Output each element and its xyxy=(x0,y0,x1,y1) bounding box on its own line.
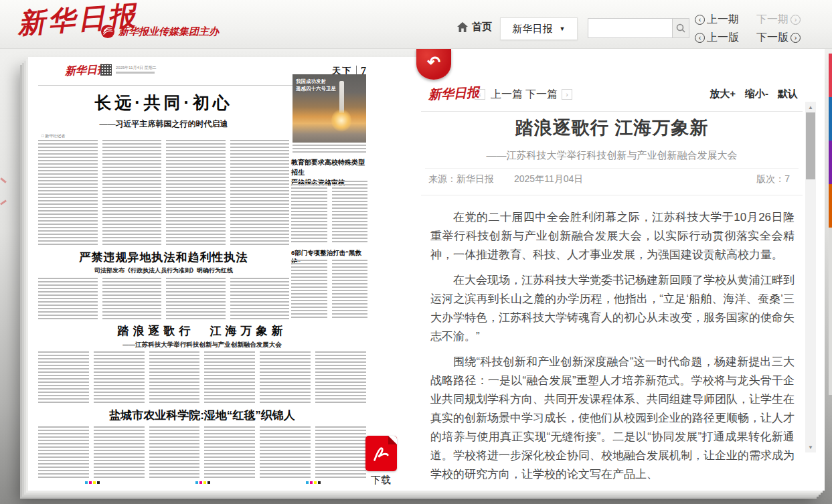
share-toolbar-edge[interactable] xyxy=(829,54,832,395)
page-pager-row: ‹ 上一版 下一版 › xyxy=(695,29,815,46)
faux-text-column xyxy=(38,351,89,405)
cmyk-registration-marks xyxy=(85,481,100,484)
share-item-blue[interactable] xyxy=(829,97,832,141)
issue-pager-row: ‹ 上一期 下一期 › xyxy=(695,11,815,27)
newspaper-dateline: 2025年11月4日 星期二 xyxy=(116,65,157,74)
return-button[interactable]: ↶ xyxy=(416,49,451,80)
wetland-headline: 盐城市农业科学院:湿地“红毯”织锦人 xyxy=(38,408,366,423)
xinhua-group-emblem-icon xyxy=(100,24,115,39)
share-item-orange[interactable] xyxy=(829,184,832,228)
top-header: 新华日报 新华报业传媒集团主办 首页 新华日报 ▼ xyxy=(0,0,832,49)
next-article-button[interactable]: 下一篇 xyxy=(525,88,558,102)
scroll-down-icon[interactable]: ▼ xyxy=(805,442,816,452)
article-paragraph: 在党的二十届四中全会胜利闭幕之际，江苏科技大学于10月26日隆重举行科技创新与产… xyxy=(430,208,795,264)
zoom-in-button[interactable]: 放大+ xyxy=(710,88,736,100)
faux-text-column xyxy=(291,181,327,242)
home-link[interactable]: 首页 xyxy=(457,21,492,33)
prev-page-label: 上一版 xyxy=(707,31,739,45)
zoom-out-button[interactable]: 缩小- xyxy=(745,88,768,100)
cmyk-registration-marks xyxy=(306,481,321,484)
chevron-down-icon: ▼ xyxy=(560,25,566,32)
faux-text-column xyxy=(94,351,145,405)
prev-article-icon[interactable]: ‹ xyxy=(475,89,485,100)
faux-text-column xyxy=(291,260,327,319)
newspaper-page-view[interactable]: 新华日报 2025年11月4日 星期二 天下 7 长远·共同·初心 ——习近平主… xyxy=(28,57,406,491)
return-arrow-icon: ↶ xyxy=(427,53,440,72)
circle-left-icon: ‹ xyxy=(695,33,705,43)
download-label: 下载 xyxy=(364,474,398,487)
search-input[interactable] xyxy=(588,18,672,38)
faux-text-column xyxy=(204,351,255,405)
faux-text-column xyxy=(38,278,98,319)
background-mark xyxy=(0,199,7,205)
search-icon xyxy=(676,23,685,33)
share-toolbar-track xyxy=(829,228,832,395)
pdf-file-icon xyxy=(365,436,397,471)
scroll-up-icon[interactable]: ▲ xyxy=(805,102,816,112)
circle-right-icon: › xyxy=(791,33,801,43)
share-item-red[interactable] xyxy=(829,54,832,97)
feature-text-columns xyxy=(38,351,366,405)
photo-overlay-text: 我国成功发射 遥感四十六号卫星 xyxy=(296,78,336,92)
prev-page-button[interactable]: ‹ 上一版 xyxy=(695,31,739,45)
edu-text-columns xyxy=(291,181,367,242)
law-text-columns xyxy=(38,278,289,319)
circle-left-icon: ‹ xyxy=(695,15,705,25)
sponsor-line: 新华报业传媒集团主办 xyxy=(100,24,219,39)
reader-logo: 新华日报 xyxy=(428,84,479,104)
article-subtitle: ——江苏科技大学举行科技创新与产业创新融合发展大会 xyxy=(428,149,795,162)
scrollbar-thumb[interactable] xyxy=(806,112,815,179)
newspaper-date: 2025年11月4日 星期二 xyxy=(116,66,157,70)
search-button[interactable] xyxy=(672,18,689,38)
home-label: 首页 xyxy=(472,21,492,33)
rocket-shape xyxy=(339,81,344,113)
faux-text-column xyxy=(94,426,145,480)
meta-divider-bottom xyxy=(421,195,803,195)
next-page-label: 下一版 xyxy=(756,31,788,45)
edition-dropdown-value: 新华日报 xyxy=(513,23,553,35)
article-body: 在党的二十届四中全会胜利闭幕之际，江苏科技大学于10月26日隆重举行科技创新与产… xyxy=(430,208,795,491)
article-scrollbar[interactable]: ▲ ▼ xyxy=(805,102,816,452)
share-item-purple[interactable] xyxy=(829,141,832,184)
faux-text-column xyxy=(230,140,290,246)
article-page-number: 版次：7 xyxy=(756,173,790,185)
searchbar xyxy=(588,18,689,38)
faux-text-column xyxy=(38,140,98,246)
lead-subhead: ——习近平主席韩国之行的时代启迪 xyxy=(38,118,289,130)
rocket-launch-photo: 我国成功发射 遥感四十六号卫星 xyxy=(293,74,366,143)
reader-toolbar: 新华日报 ‹ 上一篇 下一篇 › 放大+ 缩小- 默认 xyxy=(418,84,825,108)
next-issue-button[interactable]: 下一期 › xyxy=(756,13,801,27)
article-meta: 来源：新华日报 2025年11月04日 版次：7 xyxy=(428,173,795,189)
lead-headline: 长远·共同·初心 xyxy=(38,92,289,114)
prev-article-button[interactable]: 上一篇 xyxy=(491,88,523,102)
home-icon xyxy=(457,22,468,32)
next-issue-label: 下一期 xyxy=(756,13,788,27)
issue-page-pager: ‹ 上一期 下一期 › ‹ 上一版 下一版 › xyxy=(695,11,815,48)
next-page-button[interactable]: 下一版 › xyxy=(756,31,801,45)
pdf-download-button[interactable]: 下载 xyxy=(364,436,398,487)
faux-text-column xyxy=(332,260,368,319)
background-mark xyxy=(0,177,7,183)
faux-text-column xyxy=(102,278,162,319)
zoom-default-button[interactable]: 默认 xyxy=(778,88,798,100)
faux-text-column xyxy=(166,278,226,319)
faux-text-column xyxy=(204,426,255,480)
faux-text-column xyxy=(166,140,226,246)
toolbar-divider xyxy=(421,111,803,112)
sponsor-text: 新华报业传媒集团主办 xyxy=(118,25,219,38)
faux-text-column xyxy=(149,426,200,480)
page: 新华日报 新华报业传媒集团主办 首页 新华日报 ▼ xyxy=(0,0,832,504)
faux-text-column xyxy=(38,426,89,480)
flame-shape xyxy=(331,109,351,132)
article-paragraph: 在大会现场，江苏科技大学党委书记杨建新回顾了学校从黄浦江畔到运河之滨再到长山之麓… xyxy=(430,271,795,346)
cmyk-registration-marks xyxy=(195,481,210,484)
faux-text-column xyxy=(315,351,366,405)
faux-text-column xyxy=(260,351,311,405)
rescue-text-columns xyxy=(291,260,367,319)
faux-text-column xyxy=(102,140,162,246)
feature-headline: 踏浪逐歌行 江海万象新 xyxy=(38,323,366,339)
faux-text-column xyxy=(230,278,290,319)
edition-dropdown[interactable]: 新华日报 ▼ xyxy=(500,17,578,40)
next-article-icon[interactable]: › xyxy=(562,89,572,100)
prev-issue-button[interactable]: ‹ 上一期 xyxy=(695,13,739,27)
